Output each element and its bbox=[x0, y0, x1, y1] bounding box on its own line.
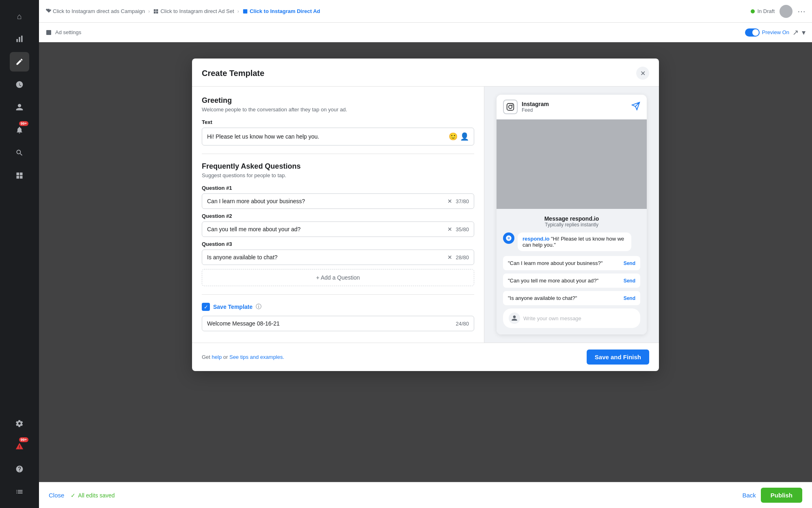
footer-help: Get help or See tips and examples. bbox=[202, 354, 284, 360]
sidebar-icon-notification[interactable]: 99+ bbox=[10, 120, 29, 140]
modal-form: Greeting Welcome people to the conversat… bbox=[192, 87, 484, 343]
modal-header: Create Template ✕ bbox=[192, 59, 659, 87]
add-question-button[interactable]: + Add a Question bbox=[202, 269, 474, 286]
breadcrumb: Click to Instagram direct ads Campaign ›… bbox=[45, 8, 320, 14]
save-template-checkbox[interactable]: ✓ bbox=[202, 303, 210, 311]
svg-rect-0 bbox=[17, 39, 18, 42]
in-draft-badge: In Draft bbox=[751, 8, 775, 14]
sidebar-icon-alert[interactable]: 99+ bbox=[10, 436, 29, 456]
chat-option-2[interactable]: "Can you tell me more about your ad?" Se… bbox=[503, 274, 640, 288]
toggle-switch[interactable] bbox=[745, 28, 760, 37]
divider-2 bbox=[202, 294, 474, 295]
chat-option-3-text: "Is anyone available to chat?" bbox=[508, 295, 577, 301]
question-1-value: Can I learn more about your business? bbox=[207, 198, 447, 204]
save-template-label: Save Template bbox=[213, 304, 253, 310]
modal-preview: Instagram Feed bbox=[484, 87, 659, 343]
question-1-input[interactable]: Can I learn more about your business? ✕ … bbox=[202, 193, 474, 209]
ig-platform-name: Instagram bbox=[522, 101, 549, 107]
modal-overlay: Create Template ✕ Greeting Welcome p bbox=[39, 42, 812, 482]
modal-close-button[interactable]: ✕ bbox=[636, 67, 649, 80]
save-finish-button[interactable]: Save and Finish bbox=[587, 350, 649, 365]
question-2-right: ✕ 35/80 bbox=[447, 226, 469, 232]
sidebar-icon-person[interactable] bbox=[10, 98, 29, 117]
question-2-label: Question #2 bbox=[202, 213, 474, 219]
breadcrumb-adset-label: Click to Instagram direct Ad Set bbox=[160, 8, 234, 14]
svg-rect-4 bbox=[46, 30, 51, 35]
mention-icon[interactable]: 👤 bbox=[460, 132, 469, 141]
question-3-right: ✕ 28/80 bbox=[447, 254, 469, 261]
sidebar: ⌂ 99+ 99+ bbox=[0, 0, 39, 508]
chat-name: Message respond.io bbox=[503, 215, 640, 222]
breadcrumb-item-3[interactable]: Click to Instagram Direct Ad bbox=[242, 8, 320, 14]
greeting-text-input[interactable]: Hi! Please let us know how we can help y… bbox=[202, 128, 474, 145]
top-nav-right: In Draft ⋯ bbox=[751, 5, 806, 18]
sidebar-icon-clock[interactable] bbox=[10, 75, 29, 94]
checkmark-icon: ✓ bbox=[71, 492, 76, 499]
text-input-icons: 🙂 👤 bbox=[449, 132, 469, 141]
sidebar-icon-edit[interactable] bbox=[10, 52, 29, 72]
back-button[interactable]: Back bbox=[742, 492, 756, 499]
sidebar-icon-chart[interactable] bbox=[10, 29, 29, 49]
footer-tips-link[interactable]: See tips and examples. bbox=[229, 354, 284, 360]
template-name-count: 24/80 bbox=[456, 321, 469, 327]
emoji-icon[interactable]: 🙂 bbox=[449, 132, 458, 141]
greeting-text-value: Hi! Please let us know how we can help y… bbox=[207, 133, 449, 140]
question-2-input[interactable]: Can you tell me more about your ad? ✕ 35… bbox=[202, 221, 474, 237]
sidebar-icon-home[interactable]: ⌂ bbox=[10, 7, 29, 26]
chat-option-1[interactable]: "Can I learn more about your business?" … bbox=[503, 256, 640, 270]
chat-option-3-send-button[interactable]: Send bbox=[624, 295, 635, 301]
question-2-count: 35/80 bbox=[456, 226, 469, 232]
sidebar-icon-settings[interactable] bbox=[10, 414, 29, 433]
notification-badge: 99+ bbox=[19, 121, 28, 126]
footer-help-link[interactable]: help bbox=[212, 354, 222, 360]
footer-help-text: Get bbox=[202, 354, 210, 360]
dropdown-icon[interactable]: ▾ bbox=[802, 28, 806, 37]
publish-button[interactable]: Publish bbox=[761, 488, 802, 503]
chat-avatar bbox=[503, 232, 514, 244]
sidebar-icon-search[interactable] bbox=[10, 143, 29, 163]
more-options-icon[interactable]: ⋯ bbox=[797, 7, 806, 16]
breadcrumb-item-1[interactable]: Click to Instagram direct ads Campaign bbox=[45, 8, 145, 14]
faq-title: Frequently Asked Questions bbox=[202, 162, 474, 171]
question-1-clear-button[interactable]: ✕ bbox=[447, 198, 452, 204]
bottom-right-actions: Back Publish bbox=[742, 488, 802, 503]
sub-header-left: Ad settings bbox=[45, 29, 740, 36]
write-own-person-icon bbox=[509, 313, 520, 324]
question-1-count: 37/80 bbox=[456, 198, 469, 204]
chat-option-2-send-button[interactable]: Send bbox=[624, 278, 635, 284]
question-1-label: Question #1 bbox=[202, 185, 474, 191]
question-2-clear-button[interactable]: ✕ bbox=[447, 226, 452, 232]
export-icon[interactable]: ↗ bbox=[793, 28, 799, 37]
write-own-row[interactable]: Write your own message bbox=[503, 308, 640, 328]
sidebar-icon-help[interactable] bbox=[10, 459, 29, 479]
chat-greeting-row: respond.io "Hi! Please let us know how w… bbox=[503, 232, 640, 251]
preview-card: Instagram Feed bbox=[497, 95, 647, 334]
preview-toggle[interactable]: Preview On bbox=[745, 28, 789, 37]
breadcrumb-ad-label: Click to Instagram Direct Ad bbox=[250, 8, 320, 14]
question-1-right: ✕ 37/80 bbox=[447, 198, 469, 204]
sidebar-icon-list[interactable] bbox=[10, 482, 29, 501]
question-3-count: 28/80 bbox=[456, 254, 469, 261]
chat-sender: respond.io bbox=[523, 236, 549, 242]
chat-option-2-text: "Can you tell me more about your ad?" bbox=[508, 278, 598, 284]
sidebar-icon-grid[interactable] bbox=[10, 166, 29, 185]
chat-option-3[interactable]: "Is anyone available to chat?" Send bbox=[503, 291, 640, 305]
ig-feed-type: Feed bbox=[522, 107, 549, 113]
chat-option-1-send-button[interactable]: Send bbox=[624, 261, 635, 266]
greeting-title: Greeting bbox=[202, 96, 474, 105]
close-button[interactable]: Close bbox=[49, 492, 64, 499]
text-field-label: Text bbox=[202, 119, 474, 125]
question-3-clear-button[interactable]: ✕ bbox=[447, 254, 452, 261]
breadcrumb-item-2[interactable]: Click to Instagram direct Ad Set bbox=[153, 8, 234, 14]
modal-body: Greeting Welcome people to the conversat… bbox=[192, 87, 659, 343]
saved-status-text: All edits saved bbox=[78, 492, 114, 499]
instagram-logo bbox=[503, 100, 518, 114]
save-template-info-icon[interactable]: ⓘ bbox=[256, 303, 261, 310]
question-3-input[interactable]: Is anyone available to chat? ✕ 28/80 bbox=[202, 250, 474, 265]
avatar[interactable] bbox=[780, 5, 793, 18]
sub-header-title: Ad settings bbox=[55, 29, 81, 35]
toggle-knob bbox=[752, 29, 759, 36]
close-icon: ✕ bbox=[640, 69, 646, 77]
template-name-input[interactable]: Welcome Message 08-16-21 24/80 bbox=[202, 316, 474, 331]
preview-image bbox=[497, 119, 647, 209]
